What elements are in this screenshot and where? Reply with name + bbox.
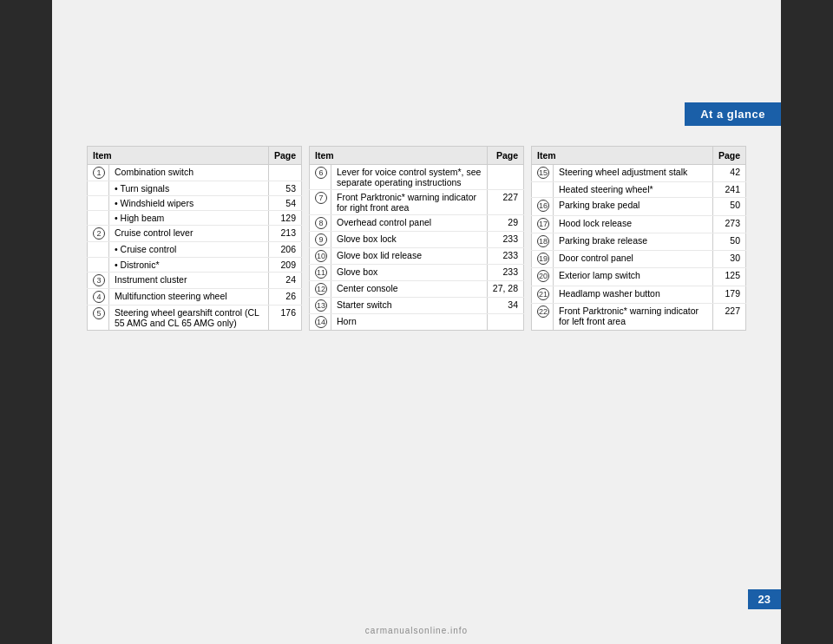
circle-2: 2 <box>93 227 105 240</box>
item-text: Headlamp washer button <box>554 286 713 303</box>
item-num: 8 <box>310 215 331 232</box>
sub-item: • Turn signals <box>109 181 269 196</box>
item-num: 3 <box>88 272 109 288</box>
item-num: 18 <box>532 233 554 250</box>
table-row: 19 Door control panel 30 <box>532 251 746 268</box>
table-row: • Turn signals 53 <box>88 181 302 196</box>
table-row: 8 Overhead control panel 29 <box>310 215 524 232</box>
item-text: Hood lock release <box>554 215 713 233</box>
page-num: 26 <box>268 288 301 305</box>
item-text: Glove box <box>331 265 488 281</box>
page-num: 24 <box>268 272 301 288</box>
page-num: 227 <box>712 303 745 330</box>
page-num: 27, 28 <box>487 281 523 298</box>
page-num: 227 <box>487 190 523 215</box>
circle-10: 10 <box>315 250 327 262</box>
table-row: 11 Glove box 233 <box>310 265 524 281</box>
page-num <box>487 165 523 190</box>
page-num: 213 <box>268 226 301 242</box>
table-row: • Distronic* 209 <box>88 257 302 272</box>
page-num: 53 <box>268 181 301 196</box>
circle-11: 11 <box>315 266 327 279</box>
page-num: 206 <box>268 242 301 257</box>
item-num: 16 <box>532 198 554 215</box>
circle-13: 13 <box>315 299 327 312</box>
tables-container: Item Page 1 Combination switch • Turn si… <box>87 146 746 331</box>
circle-15: 15 <box>537 167 549 179</box>
table-row: 16 Parking brake pedal 50 <box>532 198 746 215</box>
page-num: 34 <box>487 298 523 314</box>
header-bar: At a glance <box>685 102 781 126</box>
circle-20: 20 <box>537 270 549 282</box>
table-row: 21 Headlamp washer button 179 <box>532 286 746 303</box>
sub-item: • High beam <box>109 211 269 226</box>
circle-3: 3 <box>93 274 105 286</box>
page-number: 23 <box>758 593 771 606</box>
watermark: carmanualsonline.info <box>365 626 468 635</box>
table-row: 15 Steering wheel adjustment stalk 42 <box>532 165 746 182</box>
item-num: 5 <box>88 305 109 330</box>
item-text: Front Parktronic* warning indicator for … <box>331 190 488 215</box>
table3-page-header: Page <box>712 147 745 165</box>
item-num: 10 <box>310 248 331 265</box>
table-row: 14 Horn <box>310 314 524 331</box>
table-row: 10 Glove box lid release 233 <box>310 248 524 265</box>
table3-item-header: Item <box>532 147 713 165</box>
table-row: Heated steering wheel* 241 <box>532 182 746 198</box>
table-row: 22 Front Parktronic* warning indicator f… <box>532 303 746 330</box>
page-num: 125 <box>712 268 745 286</box>
circle-6: 6 <box>315 167 327 179</box>
item-text: Starter switch <box>331 298 488 314</box>
table1-item-header: Item <box>88 147 269 165</box>
item-num: 4 <box>88 288 109 305</box>
table-row: 12 Center console 27, 28 <box>310 281 524 298</box>
circle-7: 7 <box>315 192 327 204</box>
item-text: Overhead control panel <box>331 215 488 232</box>
circle-8: 8 <box>315 217 327 229</box>
page-num: 50 <box>712 233 745 250</box>
item-text: Door control panel <box>554 251 713 268</box>
item-num: 2 <box>88 226 109 242</box>
header-title: At a glance <box>700 108 765 121</box>
page-num: 233 <box>487 265 523 281</box>
page-num: 129 <box>268 211 301 226</box>
circle-4: 4 <box>93 291 105 303</box>
item-text: Steering wheel adjustment stalk <box>554 165 713 182</box>
item-num: 22 <box>532 303 554 330</box>
item-text: Front Parktronic* warning indicator for … <box>554 303 713 330</box>
table-row: 6 Lever for voice control system*, see s… <box>310 165 524 190</box>
circle-19: 19 <box>537 253 549 265</box>
item-text: Instrument cluster <box>109 272 269 288</box>
table2-item-header: Item <box>310 147 488 165</box>
item-num: 19 <box>532 251 554 268</box>
sub-item: • Distronic* <box>109 257 269 272</box>
table-1: Item Page 1 Combination switch • Turn si… <box>87 146 302 331</box>
circle-17: 17 <box>537 218 549 230</box>
sub-item: • Cruise control <box>109 242 269 257</box>
circle-16: 16 <box>537 200 549 212</box>
table1-page-header: Page <box>268 147 301 165</box>
page-num: 50 <box>712 198 745 215</box>
page-num: 233 <box>487 232 523 248</box>
table-row: 1 Combination switch <box>88 165 302 181</box>
page-num: 29 <box>487 215 523 232</box>
page-num: 42 <box>712 165 745 182</box>
item-text: Cruise control lever <box>109 226 269 242</box>
item-num: 21 <box>532 286 554 303</box>
item-num: 13 <box>310 298 331 314</box>
item-text: Parking brake release <box>554 233 713 250</box>
item-num: 14 <box>310 314 331 331</box>
item-text: Center console <box>331 281 488 298</box>
item-text: Parking brake pedal <box>554 198 713 215</box>
circle-18: 18 <box>537 235 549 247</box>
table-row: 20 Exterior lamp switch 125 <box>532 268 746 286</box>
page-num: 179 <box>712 286 745 303</box>
table-row: 9 Glove box lock 233 <box>310 232 524 248</box>
table-row: 4 Multifunction steering wheel 26 <box>88 288 302 305</box>
item-num: 9 <box>310 232 331 248</box>
page-num: 241 <box>712 182 745 198</box>
circle-1: 1 <box>93 167 105 179</box>
page-num: 176 <box>268 305 301 330</box>
item-text: Glove box lock <box>331 232 488 248</box>
page-num <box>487 314 523 331</box>
